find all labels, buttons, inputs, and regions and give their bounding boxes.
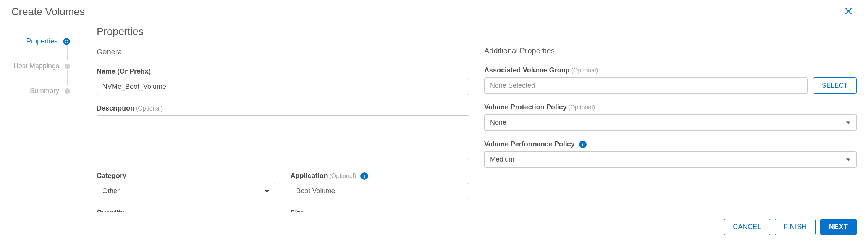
dialog-footer: CANCEL FINISH NEXT bbox=[0, 212, 868, 242]
wizard-step-dot-icon bbox=[65, 64, 70, 69]
wizard-step-host-mappings[interactable]: Host Mappings bbox=[0, 62, 70, 70]
wizard-steps: Properties Host Mappings Summary bbox=[0, 22, 74, 212]
optional-hint: (Optional) bbox=[136, 105, 163, 112]
optional-hint: (Optional) bbox=[568, 104, 595, 111]
assoc-vg-display bbox=[484, 77, 808, 94]
description-label: Description(Optional) bbox=[97, 104, 163, 112]
assoc-vg-label: Associated Volume Group(Optional) bbox=[484, 66, 598, 74]
performance-policy-select[interactable]: Medium bbox=[484, 151, 857, 168]
wizard-step-dot-active-icon bbox=[63, 38, 70, 45]
protection-policy-label: Volume Protection Policy(Optional) bbox=[484, 103, 595, 111]
wizard-step-summary[interactable]: Summary bbox=[0, 87, 70, 95]
assoc-vg-select-button[interactable]: SELECT bbox=[813, 77, 857, 94]
protection-policy-select[interactable]: None bbox=[484, 114, 857, 131]
performance-policy-label: Volume Performance Policy i bbox=[484, 140, 587, 148]
category-label: Category bbox=[97, 172, 126, 180]
application-label: Application(Optional) i bbox=[291, 172, 368, 180]
wizard-step-label: Summary bbox=[30, 87, 59, 95]
wizard-step-connector bbox=[67, 45, 68, 60]
general-section-title: General bbox=[97, 48, 469, 56]
wizard-step-label: Properties bbox=[26, 37, 58, 45]
optional-hint: (Optional) bbox=[330, 173, 356, 179]
info-icon[interactable]: i bbox=[579, 141, 587, 148]
name-input[interactable] bbox=[97, 79, 469, 95]
next-button[interactable]: NEXT bbox=[820, 219, 857, 235]
application-input[interactable] bbox=[291, 183, 469, 199]
info-icon[interactable]: i bbox=[360, 172, 368, 180]
wizard-step-label: Host Mappings bbox=[13, 62, 59, 70]
additional-section-title: Additional Properties bbox=[484, 46, 857, 55]
quantity-label: Quantity bbox=[97, 209, 124, 212]
finish-button[interactable]: FINISH bbox=[775, 219, 816, 235]
close-button[interactable] bbox=[841, 5, 857, 19]
wizard-step-dot-icon bbox=[65, 88, 70, 94]
category-select[interactable]: Other bbox=[97, 183, 275, 199]
form-main-title: Properties bbox=[97, 26, 469, 38]
size-label: Size bbox=[291, 209, 304, 212]
cancel-button[interactable]: CANCEL bbox=[724, 219, 770, 235]
dialog-title: Create Volumes bbox=[11, 6, 85, 18]
wizard-step-connector bbox=[67, 70, 68, 85]
description-input[interactable] bbox=[97, 115, 469, 160]
close-icon bbox=[844, 7, 853, 15]
name-label: Name (Or Prefix) bbox=[97, 67, 151, 75]
wizard-step-properties[interactable]: Properties bbox=[0, 37, 70, 45]
optional-hint: (Optional) bbox=[571, 67, 598, 74]
